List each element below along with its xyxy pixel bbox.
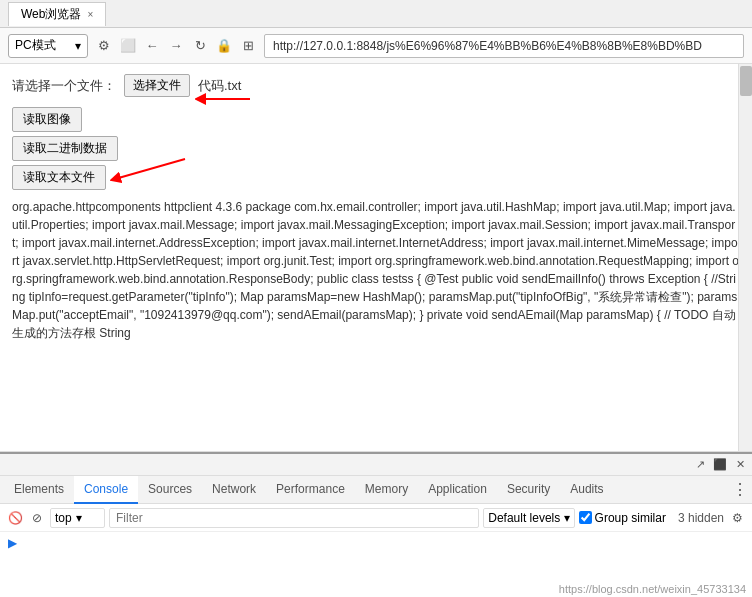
tab-elements[interactable]: Elements [4, 476, 74, 504]
tab-memory[interactable]: Memory [355, 476, 418, 504]
forward-icon[interactable]: → [166, 36, 186, 56]
title-bar: Web浏览器 × [0, 0, 752, 28]
console-filter-input[interactable] [109, 508, 479, 528]
tab-audits[interactable]: Audits [560, 476, 613, 504]
read-text-button[interactable]: 读取文本文件 [12, 165, 106, 190]
back-icon[interactable]: ← [142, 36, 162, 56]
mode-select[interactable]: PC模式 ▾ [8, 34, 88, 58]
browser-tab[interactable]: Web浏览器 × [8, 2, 106, 26]
choose-file-button[interactable]: 选择文件 [124, 74, 190, 97]
console-top-label: top [55, 511, 72, 525]
tab-elements-label: Elements [14, 482, 64, 496]
nav-icons: ⚙ ⬜ ← → ↻ 🔒 ⊞ [94, 36, 258, 56]
group-similar-label: Group similar [595, 511, 666, 525]
console-top-dropdown[interactable]: top ▾ [50, 508, 105, 528]
console-toolbar: 🚫 ⊘ top ▾ Default levels ▾ Group similar… [0, 504, 752, 532]
tab-network[interactable]: Network [202, 476, 266, 504]
tab-security-label: Security [507, 482, 550, 496]
tab-audits-label: Audits [570, 482, 603, 496]
tab-application[interactable]: Application [418, 476, 497, 504]
console-dropdown-arrow: ▾ [76, 511, 82, 525]
page-content: 请选择一个文件： 选择文件 代码.txt 读取图像 读取二进制数据 读取文本文件 [0, 64, 752, 452]
console-clear-icon[interactable]: 🚫 [6, 509, 24, 527]
tab-close-icon[interactable]: × [87, 9, 93, 20]
devtools-close-icon[interactable]: ✕ [732, 457, 748, 473]
devtools-titlebar: ↗ ⬛ ✕ [0, 454, 752, 476]
mode-arrow-icon: ▾ [75, 39, 81, 53]
file-select-row: 请选择一个文件： 选择文件 代码.txt [12, 74, 740, 97]
devtools-dock-icon[interactable]: ⬛ [712, 457, 728, 473]
group-similar-checkbox-area[interactable]: Group similar [579, 511, 666, 525]
refresh-icon[interactable]: ↻ [190, 36, 210, 56]
tab-security[interactable]: Security [497, 476, 560, 504]
lock-icon[interactable]: 🔒 [214, 36, 234, 56]
tab-memory-label: Memory [365, 482, 408, 496]
read-image-button[interactable]: 读取图像 [12, 107, 82, 132]
devtools-tabs: Elements Console Sources Network Perform… [0, 476, 752, 504]
tab-performance-label: Performance [276, 482, 345, 496]
url-bar[interactable] [264, 34, 744, 58]
group-similar-checkbox[interactable] [579, 511, 592, 524]
arrow-annotation-1 [195, 89, 255, 112]
tab-console-label: Console [84, 482, 128, 496]
settings-icon[interactable]: ⚙ [94, 36, 114, 56]
grid-icon[interactable]: ⊞ [238, 36, 258, 56]
address-bar: PC模式 ▾ ⚙ ⬜ ← → ↻ 🔒 ⊞ [0, 28, 752, 64]
devtools-more-icon[interactable]: ⋮ [732, 480, 748, 499]
watermark: https://blog.csdn.net/weixin_45733134 [559, 583, 746, 595]
console-content-area: ▶ [0, 532, 752, 554]
arrow-annotation-2 [110, 154, 190, 187]
code-display: org.apache.httpcomponents httpclient 4.3… [12, 198, 740, 342]
scrollbar-thumb[interactable] [740, 66, 752, 96]
tab-console[interactable]: Console [74, 476, 138, 504]
tab-performance[interactable]: Performance [266, 476, 355, 504]
console-settings-icon[interactable]: ⚙ [728, 509, 746, 527]
devtools-undock-icon[interactable]: ↗ [692, 457, 708, 473]
page-scrollbar[interactable] [738, 64, 752, 451]
tab-label: Web浏览器 [21, 6, 81, 23]
console-stop-icon[interactable]: ⊘ [28, 509, 46, 527]
tab-network-label: Network [212, 482, 256, 496]
tab-application-label: Application [428, 482, 487, 496]
file-select-label: 请选择一个文件： [12, 77, 116, 95]
devtools-panel: ↗ ⬛ ✕ Elements Console Sources Network P… [0, 452, 752, 597]
mode-label: PC模式 [15, 37, 56, 54]
hidden-count-label: 3 hidden [678, 511, 724, 525]
console-expand-icon[interactable]: ▶ [8, 536, 17, 550]
console-levels-dropdown[interactable]: Default levels ▾ [483, 508, 574, 528]
tab-sources-label: Sources [148, 482, 192, 496]
console-levels-label: Default levels ▾ [488, 511, 569, 525]
read-binary-button[interactable]: 读取二进制数据 [12, 136, 118, 161]
svg-line-3 [115, 159, 185, 179]
tab-sources[interactable]: Sources [138, 476, 202, 504]
download-icon[interactable]: ⬜ [118, 36, 138, 56]
